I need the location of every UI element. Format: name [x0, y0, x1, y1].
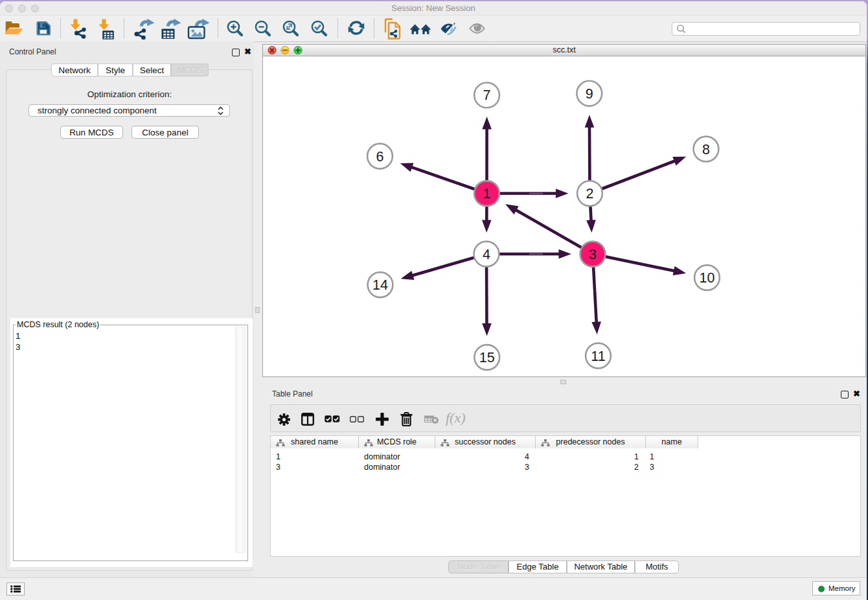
- svg-text:11: 11: [591, 349, 605, 364]
- svg-text:6: 6: [376, 149, 384, 165]
- svg-text:15: 15: [479, 350, 495, 365]
- svg-text:7: 7: [483, 87, 491, 103]
- svg-text:8: 8: [702, 142, 710, 157]
- svg-text:14: 14: [372, 277, 388, 293]
- svg-text:9: 9: [586, 86, 593, 102]
- svg-text:2: 2: [586, 186, 594, 202]
- svg-text:3: 3: [589, 247, 597, 262]
- svg-text:1: 1: [483, 186, 491, 202]
- svg-text:10: 10: [700, 270, 715, 286]
- svg-text:4: 4: [483, 247, 490, 262]
